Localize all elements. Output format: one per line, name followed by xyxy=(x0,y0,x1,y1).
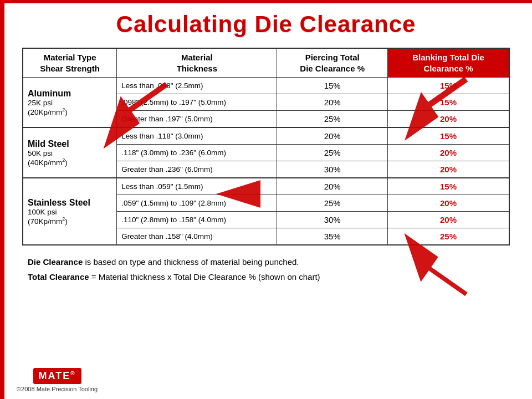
piercing-pct-cell: 15% xyxy=(277,78,388,94)
thickness-cell: Greater than .236" (6.0mm) xyxy=(117,161,277,178)
thickness-cell: Less than .098" (2.5mm) xyxy=(117,78,277,94)
blanking-pct-cell: 20% xyxy=(387,212,509,228)
piercing-pct-cell: 30% xyxy=(277,212,388,228)
blanking-pct-cell: 15% xyxy=(387,78,509,94)
footer-notes: Die Clearance is based on type and thick… xyxy=(22,254,510,284)
col-header-material: Material TypeShear Strength xyxy=(23,48,117,78)
footer-die-clearance-bold: Die Clearance xyxy=(28,257,83,267)
footer-total-clearance-bold: Total Clearance xyxy=(28,272,89,282)
thickness-cell: Less than .118" (3.0mm) xyxy=(117,127,277,145)
piercing-pct-cell: 20% xyxy=(277,178,388,195)
clearance-table: Material TypeShear Strength MaterialThic… xyxy=(22,48,510,245)
material-cell: Stainless Steel100K psi(70Kp/mm2) xyxy=(23,178,117,245)
slide: Calculating Die Clearance Material TypeS… xyxy=(0,0,532,399)
thickness-cell: .098" (2.5mm) to .197" (5.0mm) xyxy=(117,94,277,111)
piercing-pct-cell: 30% xyxy=(277,161,388,178)
material-cell: Aluminum25K psi(20Kp/mm2) xyxy=(23,78,117,128)
thickness-cell: .118" (3.0mm) to .236" (6.0mm) xyxy=(117,145,277,161)
col-header-thickness: MaterialThickness xyxy=(117,48,277,78)
piercing-pct-cell: 35% xyxy=(277,228,388,245)
table-body: Aluminum25K psi(20Kp/mm2)Less than .098"… xyxy=(23,78,509,245)
footer-line2: Total Clearance = Material thickness x T… xyxy=(28,269,510,284)
footer-line2-rest: = Material thickness x Total Die Clearan… xyxy=(89,272,320,282)
top-border-decoration xyxy=(0,0,532,3)
footer-line1-rest: is based on type and thickness of materi… xyxy=(83,257,299,267)
col-header-blanking: Blanking Total DieClearance % xyxy=(387,48,509,78)
piercing-pct-cell: 20% xyxy=(277,127,388,145)
thickness-cell: Greater than .197" (5.0mm) xyxy=(117,111,277,128)
copyright-text: ©2008 Mate Precision Tooling xyxy=(17,386,98,392)
thickness-cell: .059" (1.5mm) to .109" (2.8mm) xyxy=(117,195,277,212)
thickness-cell: Less than .059" (1.5mm) xyxy=(117,178,277,195)
page-title: Calculating Die Clearance xyxy=(22,11,510,38)
left-border-decoration xyxy=(0,0,4,399)
footer-line1: Die Clearance is based on type and thick… xyxy=(28,254,510,269)
piercing-pct-cell: 25% xyxy=(277,111,388,128)
piercing-pct-cell: 20% xyxy=(277,94,388,111)
piercing-pct-cell: 25% xyxy=(277,145,388,161)
col-header-piercing: Piercing TotalDie Clearance % xyxy=(277,48,388,78)
blanking-pct-cell: 20% xyxy=(387,111,509,128)
thickness-cell: Greater than .158" (4.0mm) xyxy=(117,228,277,245)
thickness-cell: .110" (2.8mm) to .158" (4.0mm) xyxy=(117,212,277,228)
blanking-pct-cell: 15% xyxy=(387,178,509,195)
table-header-row: Material TypeShear Strength MaterialThic… xyxy=(23,48,509,78)
blanking-pct-cell: 20% xyxy=(387,161,509,178)
blanking-pct-cell: 25% xyxy=(387,228,509,245)
piercing-pct-cell: 25% xyxy=(277,195,388,212)
mate-logo: MATE® xyxy=(33,368,81,384)
blanking-pct-cell: 20% xyxy=(387,195,509,212)
blanking-pct-cell: 20% xyxy=(387,145,509,161)
logo-area: MATE® ©2008 Mate Precision Tooling xyxy=(17,368,98,392)
material-cell: Mild Steel50K psi(40Kp/mm2) xyxy=(23,127,117,178)
mate-brand: MATE xyxy=(39,370,71,381)
blanking-pct-cell: 15% xyxy=(387,127,509,145)
blanking-pct-cell: 15% xyxy=(387,94,509,111)
